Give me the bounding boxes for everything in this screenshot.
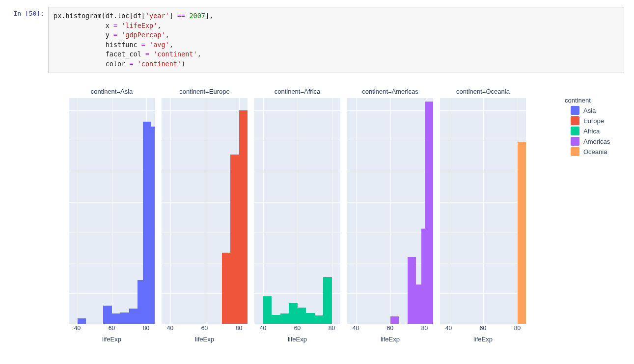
bar[interactable] [146,127,155,324]
bar[interactable] [129,309,138,324]
x-tick-label: 40 [445,325,452,332]
legend-swatch [571,106,579,115]
legend-item-americas[interactable]: Americas [565,137,610,146]
x-tick-label: 60 [387,325,393,332]
facet-oceania: continent=Oceania406080lifeExp [440,88,526,343]
bar[interactable] [103,306,112,324]
legend-label: Europe [583,117,604,125]
x-tick-label: 80 [143,325,149,332]
x-axis: 406080 [440,324,526,333]
bar[interactable] [425,102,434,324]
facet-asia: continent=Asia05k10k15k20k25k30k35kavg o… [69,88,155,343]
bar[interactable] [239,110,248,324]
facet-title: continent=Americas [347,88,433,95]
x-tick-label: 40 [353,325,359,332]
x-axis-title: lifeExp [69,336,155,343]
x-tick-label: 80 [514,325,521,332]
x-axis-title: lifeExp [347,336,433,343]
x-tick-label: 80 [236,325,242,332]
notebook-container: In [50]: px.histogram(df.loc[df['year'] … [0,0,634,353]
bar[interactable] [112,313,121,324]
legend-swatch [571,127,579,135]
facet-africa: continent=Africa406080lifeExp [254,88,340,343]
legend-title: continent [565,97,610,104]
legend-item-europe[interactable]: Europe [565,116,610,125]
bar[interactable] [78,318,86,324]
bar[interactable] [323,277,332,324]
x-tick-label: 60 [109,325,115,332]
plot-area[interactable] [254,98,340,324]
legend-item-asia[interactable]: Asia [565,106,610,115]
bar[interactable] [263,296,272,324]
legend-swatch [571,137,579,146]
plot-area[interactable] [440,98,526,324]
plotly-chart[interactable]: continent=Asia05k10k15k20k25k30k35kavg o… [69,88,560,343]
legend-swatch [571,147,579,156]
plot-area[interactable]: 05k10k15k20k25k30k35kavg of gdpPercap [69,98,155,324]
code-input[interactable]: px.histogram(df.loc[df['year'] == 2007],… [48,7,624,73]
facet-title: continent=Africa [254,88,340,95]
facet-title: continent=Oceania [440,88,526,95]
x-tick-label: 80 [329,325,335,332]
legend-item-oceania[interactable]: Oceania [565,147,610,156]
bar[interactable] [315,315,324,324]
x-axis: 406080 [162,324,248,333]
x-tick-label: 40 [74,325,81,332]
x-tick-label: 40 [260,325,266,332]
x-axis-title: lifeExp [254,336,340,343]
legend-label: Africa [583,128,600,135]
facet-title: continent=Europe [162,88,248,95]
bar[interactable] [306,313,315,324]
legend-item-africa[interactable]: Africa [565,127,610,135]
input-prompt: In [50]: [0,7,48,17]
facet-europe: continent=Europe406080lifeExp [162,88,248,343]
x-tick-label: 60 [294,325,301,332]
plot-area[interactable] [347,98,433,324]
bar[interactable] [408,257,416,324]
x-axis: 406080 [254,324,340,333]
bar[interactable] [222,253,231,324]
x-tick-label: 40 [167,325,173,332]
legend-label: Oceania [583,148,607,156]
bar[interactable] [390,316,399,324]
x-axis-title: lifeExp [440,336,526,343]
legend: continent AsiaEuropeAfricaAmericasOceani… [565,97,610,157]
plot-area[interactable] [162,98,248,324]
legend-label: Americas [583,138,610,145]
x-axis-title: lifeExp [162,336,248,343]
bar[interactable] [272,315,280,324]
bar[interactable] [120,312,129,324]
x-tick-label: 60 [201,325,208,332]
bar[interactable] [230,155,239,324]
x-axis: 406080 [347,324,433,333]
x-axis: 406080 [69,324,155,333]
legend-swatch [571,116,579,125]
code-cell: In [50]: px.histogram(df.loc[df['year'] … [0,7,624,73]
facet-title: continent=Asia [69,88,155,95]
x-tick-label: 60 [480,325,486,332]
facets-row: continent=Asia05k10k15k20k25k30k35kavg o… [69,88,560,343]
x-tick-label: 80 [421,325,428,332]
facet-americas: continent=Americas406080lifeExp [347,88,433,343]
bar[interactable] [280,313,289,324]
legend-label: Asia [583,107,596,114]
bar[interactable] [518,142,526,324]
